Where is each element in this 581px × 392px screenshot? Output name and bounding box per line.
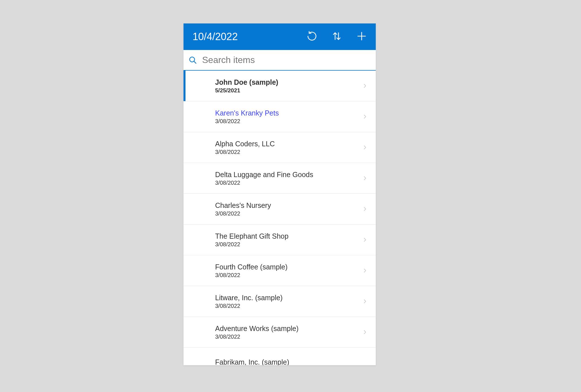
chevron-right-icon <box>362 143 367 151</box>
list-item-text: Charles's Nursery3/08/2022 <box>215 201 362 217</box>
refresh-button[interactable] <box>306 31 318 43</box>
list-item-title: John Doe (sample) <box>215 78 362 87</box>
list-item-title: Charles's Nursery <box>215 201 362 210</box>
chevron-right-icon <box>362 82 367 90</box>
sort-button[interactable] <box>331 31 343 43</box>
list-item-date: 3/08/2022 <box>215 180 362 186</box>
list-item[interactable]: Alpha Coders, LLC3/08/2022 <box>184 132 376 163</box>
list-item[interactable]: Delta Luggage and Fine Goods3/08/2022 <box>184 163 376 194</box>
list-item-text: Fabrikam, Inc. (sample) <box>215 358 362 365</box>
app-bar: 10/4/2022 <box>184 23 376 50</box>
list-item[interactable]: Adventure Works (sample)3/08/2022 <box>184 317 376 348</box>
list-item-text: Adventure Works (sample)3/08/2022 <box>215 324 362 340</box>
list-item-title: Adventure Works (sample) <box>215 324 362 333</box>
list-item-text: Karen's Kranky Pets3/08/2022 <box>215 109 362 125</box>
list-item-date: 3/08/2022 <box>215 210 362 217</box>
list-item[interactable]: Fourth Coffee (sample)3/08/2022 <box>184 255 376 286</box>
list-item-date: 3/08/2022 <box>215 241 362 248</box>
list-item[interactable]: John Doe (sample)5/25/2021 <box>184 71 376 101</box>
list-item-text: Fourth Coffee (sample)3/08/2022 <box>215 263 362 278</box>
app-screen: 10/4/2022 <box>184 23 376 365</box>
list-item[interactable]: Fabrikam, Inc. (sample) <box>184 348 376 365</box>
chevron-right-icon <box>362 205 367 213</box>
chevron-right-icon <box>362 113 367 121</box>
list-item-text: The Elephant Gift Shop3/08/2022 <box>215 232 362 248</box>
refresh-icon <box>306 31 318 43</box>
list-item-title: The Elephant Gift Shop <box>215 232 362 241</box>
list-item-title: Delta Luggage and Fine Goods <box>215 170 362 179</box>
list-item[interactable]: Charles's Nursery3/08/2022 <box>184 194 376 225</box>
svg-line-5 <box>194 61 196 63</box>
list-item-title: Fourth Coffee (sample) <box>215 263 362 271</box>
appbar-title: 10/4/2022 <box>193 31 306 43</box>
list-item-text: Delta Luggage and Fine Goods3/08/2022 <box>215 170 362 186</box>
chevron-right-icon <box>362 297 367 305</box>
add-button[interactable] <box>355 31 368 43</box>
sort-icon <box>332 31 342 42</box>
list-item[interactable]: Litware, Inc. (sample)3/08/2022 <box>184 286 376 317</box>
list-item-date: 3/08/2022 <box>215 303 362 309</box>
search-bar[interactable] <box>184 50 376 71</box>
appbar-actions <box>306 31 370 43</box>
list-item-title: Alpha Coders, LLC <box>215 140 362 148</box>
list-item-date: 3/08/2022 <box>215 118 362 125</box>
list-item-title: Karen's Kranky Pets <box>215 109 362 117</box>
list-item-date: 3/08/2022 <box>215 334 362 340</box>
list-item-date: 3/08/2022 <box>215 149 362 155</box>
chevron-right-icon <box>362 236 367 244</box>
chevron-right-icon <box>362 174 367 182</box>
search-icon <box>189 56 197 64</box>
list-item[interactable]: Karen's Kranky Pets3/08/2022 <box>184 101 376 132</box>
list-item-text: Alpha Coders, LLC3/08/2022 <box>215 140 362 155</box>
list-item-title: Litware, Inc. (sample) <box>215 293 362 302</box>
chevron-right-icon <box>362 267 367 275</box>
list-item[interactable]: The Elephant Gift Shop3/08/2022 <box>184 225 376 255</box>
list-item-title: Fabrikam, Inc. (sample) <box>215 358 362 365</box>
results-list[interactable]: John Doe (sample)5/25/2021Karen's Kranky… <box>184 71 376 365</box>
chevron-right-icon <box>362 328 367 336</box>
search-input[interactable] <box>202 55 371 65</box>
list-item-date: 3/08/2022 <box>215 272 362 278</box>
list-item-text: Litware, Inc. (sample)3/08/2022 <box>215 293 362 309</box>
plus-icon <box>357 31 367 42</box>
list-item-text: John Doe (sample)5/25/2021 <box>215 78 362 94</box>
list-item-date: 5/25/2021 <box>215 87 362 94</box>
